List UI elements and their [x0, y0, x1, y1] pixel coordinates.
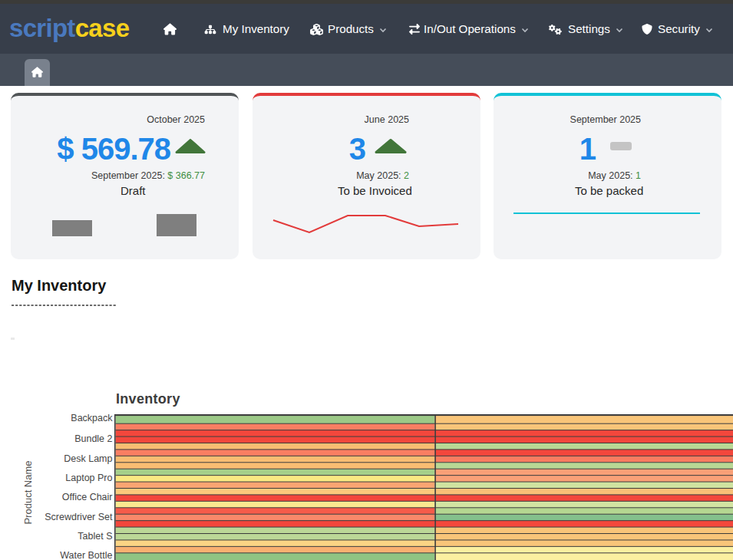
svg-text:Office Chair: Office Chair: [62, 492, 113, 502]
svg-text:Tablet S: Tablet S: [78, 531, 112, 542]
svg-text:Screwdriver Set: Screwdriver Set: [45, 512, 113, 522]
svg-text:Water Bottle: Water Bottle: [60, 550, 112, 560]
svg-text:Bundle 2: Bundle 2: [74, 433, 112, 444]
svg-text:Laptop Pro: Laptop Pro: [65, 473, 112, 483]
svg-text:Desk Lamp: Desk Lamp: [64, 453, 112, 464]
svg-text:Backpack: Backpack: [71, 413, 113, 423]
svg-text:Product Name: Product Name: [22, 460, 34, 524]
